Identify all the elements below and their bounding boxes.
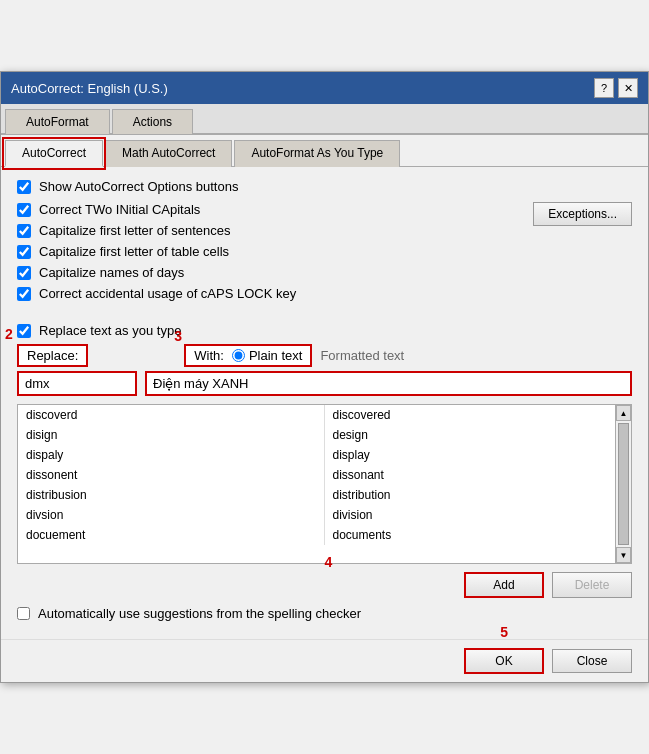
scrollbar-down-button[interactable]: ▼ — [616, 547, 631, 563]
capitalize-days-label: Capitalize names of days — [39, 265, 184, 280]
show-options-label: Show AutoCorrect Options buttons — [39, 179, 238, 194]
capitalize-days-checkbox[interactable] — [17, 266, 31, 280]
first-checkbox-row: Show AutoCorrect Options buttons — [17, 179, 632, 200]
correct-two-label: Correct TWo INitial CApitals — [39, 202, 200, 217]
help-button[interactable]: ? — [594, 78, 614, 98]
plain-text-radio-label[interactable]: Plain text — [232, 348, 302, 363]
replace-text-label: Replace text as you type — [39, 323, 181, 338]
label-3: 3 — [174, 328, 182, 344]
top-tab-bar: AutoFormat Actions — [1, 104, 648, 135]
dialog-title: AutoCorrect: English (U.S.) — [11, 81, 168, 96]
tab-autocorrect[interactable]: AutoCorrect1 — [5, 140, 103, 167]
tab-autoformat-as-you-type[interactable]: AutoFormat As You Type — [234, 140, 400, 167]
title-bar-controls: ? ✕ — [594, 78, 638, 98]
replace-section: Replace text as you type 2 Replace: 3 Wi… — [17, 323, 632, 396]
table-row[interactable]: disign design — [18, 425, 631, 445]
scrollbar-up-button[interactable]: ▲ — [616, 405, 631, 421]
plain-text-radio[interactable] — [232, 349, 245, 362]
auto-suggest-row: Automatically use suggestions from the s… — [17, 606, 632, 621]
auto-suggest-checkbox[interactable] — [17, 607, 30, 620]
table-row[interactable]: distribusion distribution — [18, 485, 631, 505]
capitalize-sentences-row: Capitalize first letter of sentences — [17, 223, 296, 238]
table-cell-col1: dispaly — [18, 445, 325, 465]
with-label: With: — [194, 348, 224, 363]
scrollbar[interactable]: ▲ ▼ — [615, 405, 631, 563]
table-cell-col1: docuement — [18, 525, 325, 545]
add-button[interactable]: Add — [464, 572, 544, 598]
capitalize-table-checkbox[interactable] — [17, 245, 31, 259]
label-5: 5 — [500, 624, 508, 640]
table-row[interactable]: dissonent dissonant — [18, 465, 631, 485]
tab-math-autocorrect[interactable]: Math AutoCorrect — [105, 140, 232, 167]
capitalize-sentences-checkbox[interactable] — [17, 224, 31, 238]
with-input[interactable] — [145, 371, 632, 396]
main-content: Show AutoCorrect Options buttons Correct… — [1, 167, 648, 633]
replace-label: Replace: — [27, 348, 78, 363]
correct-two-checkbox[interactable] — [17, 203, 31, 217]
exceptions-btn-container: Exceptions... — [533, 202, 632, 226]
final-row: 5 OK Close — [1, 639, 648, 682]
exceptions-button[interactable]: Exceptions... — [533, 202, 632, 226]
delete-button[interactable]: Delete — [552, 572, 632, 598]
correct-two-row: Correct TWo INitial CApitals — [17, 202, 296, 217]
table-cell-col1: dissonent — [18, 465, 325, 485]
tab-actions[interactable]: Actions — [112, 109, 193, 134]
correct-caps-lock-label: Correct accidental usage of cAPS LOCK ke… — [39, 286, 296, 301]
replace-input-row — [17, 371, 632, 396]
replace-text-row: Replace text as you type — [17, 323, 632, 338]
capitalize-days-row: Capitalize names of days — [17, 265, 296, 280]
show-options-row: Show AutoCorrect Options buttons — [17, 179, 238, 194]
table-cell-col2: documents — [325, 525, 632, 545]
table-cell-col1: discoverd — [18, 405, 325, 425]
correct-caps-lock-row: Correct accidental usage of cAPS LOCK ke… — [17, 286, 296, 301]
close-button-bottom[interactable]: Close — [552, 649, 632, 673]
autocorrect-table-container: discoverd discovered disign design dispa… — [17, 404, 632, 564]
checkboxes-group: Correct TWo INitial CApitals Capitalize … — [17, 202, 296, 307]
table-cell-col2: division — [325, 505, 632, 525]
table-cell-col2: dissonant — [325, 465, 632, 485]
ok-button[interactable]: OK — [464, 648, 544, 674]
table-row[interactable]: discoverd discovered — [18, 405, 631, 425]
capitalize-table-label: Capitalize first letter of table cells — [39, 244, 229, 259]
table-cell-col1: disign — [18, 425, 325, 445]
auto-suggest-label: Automatically use suggestions from the s… — [38, 606, 361, 621]
table-cell-col2: design — [325, 425, 632, 445]
table-cell-col2: distribution — [325, 485, 632, 505]
with-label-box: 3 With: Plain text — [184, 344, 312, 367]
replace-input[interactable] — [17, 371, 137, 396]
replace-label-box: Replace: — [17, 344, 88, 367]
tab-autoformat[interactable]: AutoFormat — [5, 109, 110, 134]
autocorrect-table: discoverd discovered disign design dispa… — [18, 405, 631, 545]
table-row[interactable]: divsion division — [18, 505, 631, 525]
action-row: 4 Add Delete — [17, 572, 632, 598]
label-4: 4 — [325, 554, 333, 570]
autocorrect-dialog: AutoCorrect: English (U.S.) ? ✕ AutoForm… — [0, 71, 649, 683]
capitalize-table-row: Capitalize first letter of table cells — [17, 244, 296, 259]
close-button[interactable]: ✕ — [618, 78, 638, 98]
bottom-tab-bar: AutoCorrect1 Math AutoCorrect AutoFormat… — [1, 135, 648, 167]
plain-text-label: Plain text — [249, 348, 302, 363]
formatted-text-label: Formatted text — [320, 348, 404, 363]
table-row[interactable]: dispaly display — [18, 445, 631, 465]
replace-text-checkbox[interactable] — [17, 324, 31, 338]
replace-with-header: 2 Replace: 3 With: Plain text — [17, 344, 632, 367]
table-cell-col1: divsion — [18, 505, 325, 525]
scrollbar-thumb[interactable] — [618, 423, 629, 545]
table-row[interactable]: docuement documents — [18, 525, 631, 545]
title-bar: AutoCorrect: English (U.S.) ? ✕ — [1, 72, 648, 104]
table-cell-col1: distribusion — [18, 485, 325, 505]
table-cell-col2: display — [325, 445, 632, 465]
show-options-checkbox[interactable] — [17, 180, 31, 194]
capitalize-sentences-label: Capitalize first letter of sentences — [39, 223, 230, 238]
label-2: 2 — [5, 326, 13, 342]
correct-caps-lock-checkbox[interactable] — [17, 287, 31, 301]
table-cell-col2: discovered — [325, 405, 632, 425]
radio-group: Plain text — [232, 348, 302, 363]
